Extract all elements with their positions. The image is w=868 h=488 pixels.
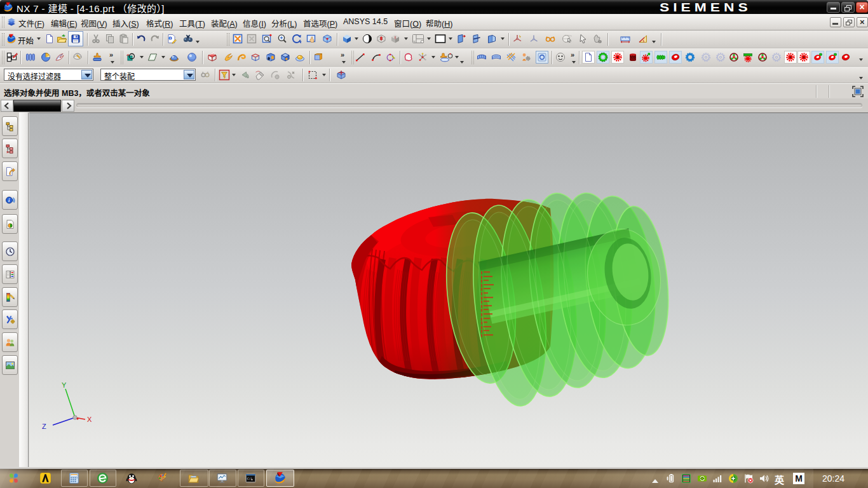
svg-text:Z: Z [42,423,46,430]
svg-text:Y: Y [62,381,67,389]
svg-text:X: X [87,416,92,423]
